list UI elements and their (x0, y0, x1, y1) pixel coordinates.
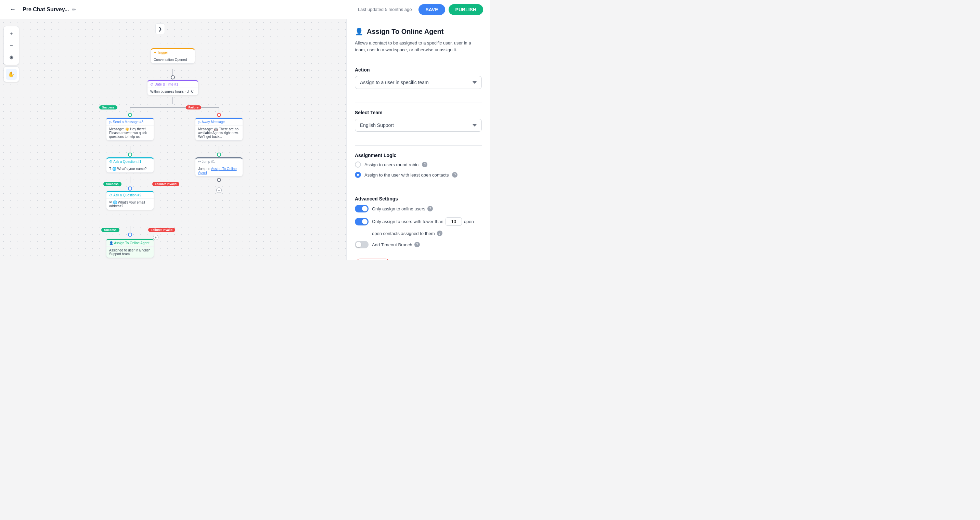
assign-node[interactable]: 👤 Assign To Online Agent Assigned to use… (106, 239, 154, 258)
publish-button[interactable]: PUBLISH (449, 4, 483, 15)
failure-invalid-badge-q1: Failure: Invalid (152, 182, 180, 186)
send-message-body: Message: 👋 Hey there! Please answer two … (107, 126, 154, 140)
hand-tools: ✋ (3, 66, 19, 82)
datetime-node[interactable]: ⏱ Date & Time #1 Within business hours ·… (147, 80, 199, 95)
connector-left-branch (128, 113, 132, 117)
save-button[interactable]: SAVE (418, 4, 445, 15)
round-robin-help-icon[interactable]: ? (422, 162, 427, 167)
connector-send-msg-bottom (128, 153, 132, 157)
contacts-toggle[interactable] (355, 218, 369, 226)
connector-away-msg-bottom (217, 153, 221, 157)
away-message-node[interactable]: ▷ Away Message Message: 🤖 There are no a… (195, 118, 243, 141)
contacts-toggle-thumb (362, 219, 368, 224)
ask-q1-body: T 🌐 What's your name? (107, 165, 154, 172)
advanced-settings-section: Advanced Settings Only assign to online … (355, 196, 482, 248)
online-users-help-icon[interactable]: ? (427, 206, 433, 211)
assign-node-header: 👤 Assign To Online Agent (107, 240, 154, 246)
panel-description: Allows a contact to be assigned to a spe… (355, 40, 482, 60)
ask-q2-header: ⏱ Ask a Question #2 (107, 192, 154, 199)
ask-q1-header: ⏱ Ask a Question #1 (107, 158, 154, 165)
timeout-toggle-row: Add Timeout Branch ? (355, 241, 482, 248)
away-message-header: ▷ Away Message (196, 119, 243, 126)
connector-right-branch (217, 113, 221, 117)
contacts-count-input[interactable] (445, 217, 462, 226)
collapse-panel-button[interactable]: ❯ (155, 23, 165, 34)
panel-title: Assign To Online Agent (367, 28, 444, 36)
ask-q2-body: ✉ 🌐 What's your email address? (107, 199, 154, 210)
center-button[interactable]: ⊕ (6, 52, 17, 63)
send-message-header: ▷ Send a Message #3 (107, 119, 154, 126)
back-button[interactable]: ← (7, 5, 19, 14)
zoom-out-button[interactable]: − (6, 40, 17, 51)
branch-badges: Success Failure (99, 105, 201, 110)
datetime-node-header: ⏱ Date & Time #1 (148, 81, 198, 88)
tools-panel: + − ⊕ ✋ (3, 26, 19, 82)
action-dropdown[interactable]: Assign to a user in specific team (355, 76, 482, 89)
assignment-logic-section: Assignment Logic Assign to users round r… (355, 153, 482, 189)
success-badge-1: Success (99, 105, 118, 110)
add-after-jump[interactable]: + (216, 188, 222, 193)
ask-question-2-node[interactable]: ⏱ Ask a Question #2 ✉ 🌐 What's your emai… (106, 191, 154, 210)
timeout-toggle[interactable] (355, 241, 369, 248)
assign-node-body: Assigned to user in English Support team (107, 246, 154, 258)
radio-round-robin-circle[interactable] (355, 161, 361, 168)
page-title: Pre Chat Survey... (22, 6, 69, 13)
team-dropdown[interactable]: English Support (355, 119, 482, 132)
radio-least-contacts-label: Assign to the user with least open conta… (364, 172, 449, 178)
main-content: + − ⊕ ✋ ❯ (0, 19, 490, 260)
online-users-toggle-thumb (362, 206, 368, 211)
send-message-node[interactable]: ▷ Send a Message #3 Message: 👋 Hey there… (106, 118, 154, 141)
assignment-logic-label: Assignment Logic (355, 153, 482, 158)
radio-least-contacts[interactable]: Assign to the user with least open conta… (355, 172, 482, 178)
timeout-toggle-thumb (356, 242, 361, 247)
add-after-q2-fail[interactable]: + (153, 235, 158, 240)
radio-round-robin[interactable]: Assign to users round robin ? (355, 161, 482, 168)
jump-header: ↩ Jump #1 (196, 158, 243, 165)
radio-round-robin-label: Assign to users round robin (364, 162, 418, 167)
connector-trigger-dt (171, 75, 175, 80)
jump-body: Jump to Assign To Online Agent (196, 165, 243, 176)
panel-agent-icon: 👤 (355, 27, 363, 36)
trigger-node-header: ✦ Trigger (151, 49, 195, 56)
ask-q1-branch-badges: Success Failure: Invalid (103, 182, 179, 186)
ask-q2-branch-badges: Success Failure: Invalid (101, 228, 175, 232)
success-badge-q2: Success (101, 228, 119, 232)
contacts-help-icon[interactable]: ? (437, 231, 442, 236)
away-message-body: Message: 🤖 There are no available Agents… (196, 126, 243, 140)
trigger-node[interactable]: ✦ Trigger Conversation Opened (151, 48, 195, 64)
select-team-label: Select Team (355, 110, 482, 115)
contacts-row: Only assign to users with fewer than ope… (372, 217, 474, 226)
jump-node[interactable]: ↩ Jump #1 Jump to Assign To Online Agent (195, 157, 243, 177)
connector-q1-bottom (128, 186, 132, 191)
canvas-area[interactable]: + − ⊕ ✋ ❯ (0, 19, 346, 260)
online-users-toggle-label: Only assign to online users ? (372, 206, 433, 211)
advanced-settings-label: Advanced Settings (355, 196, 482, 202)
select-team-section: Select Team English Support (355, 110, 482, 146)
least-contacts-help-icon[interactable]: ? (452, 172, 458, 178)
success-badge-q1: Success (103, 182, 121, 186)
action-section: Action Assign to a user in specific team (355, 67, 482, 103)
ask-question-1-node[interactable]: ⏱ Ask a Question #1 T 🌐 What's your name… (106, 157, 154, 173)
timeout-help-icon[interactable]: ? (414, 242, 420, 247)
last-updated: Last updated 5 months ago (358, 7, 412, 12)
action-label: Action (355, 67, 482, 73)
edit-icon[interactable]: ✏ (72, 7, 76, 12)
contacts-suffix-row: open contacts assigned to them ? (355, 231, 482, 236)
radio-least-contacts-circle[interactable] (355, 172, 361, 178)
online-users-toggle[interactable] (355, 205, 369, 212)
contacts-toggle-row: Only assign to users with fewer than ope… (355, 217, 482, 226)
online-users-toggle-row: Only assign to online users ? (355, 205, 482, 212)
zoom-in-button[interactable]: + (6, 29, 17, 39)
right-panel: 👤 Assign To Online Agent Allows a contac… (346, 19, 490, 260)
panel-title-row: 👤 Assign To Online Agent (355, 27, 482, 36)
zoom-tools: + − ⊕ (3, 26, 19, 65)
datetime-node-body: Within business hours · UTC (148, 88, 198, 95)
hand-tool-button[interactable]: ✋ (6, 69, 17, 80)
failure-badge-1: Failure (186, 105, 202, 110)
header: ← Pre Chat Survey... ✏ Last updated 5 mo… (0, 0, 490, 19)
delete-button[interactable]: DELETE (355, 259, 391, 260)
connector-jump-bottom (217, 178, 221, 182)
timeout-toggle-label: Add Timeout Branch ? (372, 242, 420, 247)
connector-q2-bottom (128, 233, 132, 237)
failure-invalid-badge-q2: Failure: Invalid (148, 228, 175, 232)
